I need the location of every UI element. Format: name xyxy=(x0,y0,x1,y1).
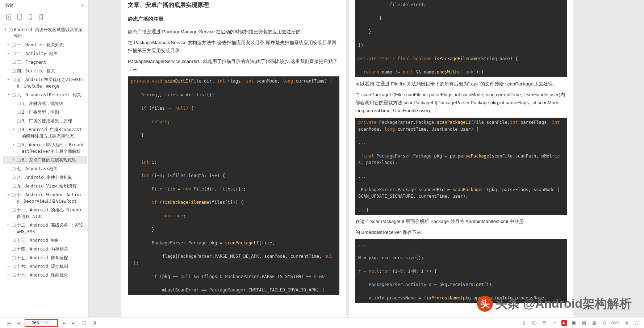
bookmark-glyph-icon: 🕮 xyxy=(17,118,22,124)
bookmark-ribbon-icon[interactable] xyxy=(38,14,44,20)
bookmark-label: 四、Service 相关 xyxy=(17,68,85,74)
bookmark-item[interactable]: ▸🕮十二、Android 高级必备 ：AMS,WMS,PMS xyxy=(3,221,87,236)
para: 可以看到,它通过 File.list 方法列出目录下的所有后缀为".apk"的文… xyxy=(355,80,567,88)
bookmark-item[interactable]: 🕮2、广播类型，区别 xyxy=(3,108,87,117)
para: 在这个 scanPackageLII 里面会解析 Package 并且将 And… xyxy=(355,218,567,226)
bookmark-glyph-icon: 🕮 xyxy=(17,109,22,115)
twisty-icon[interactable]: ▸ xyxy=(12,157,17,162)
bookmark-item[interactable]: ▸🕮五、Android布局优化之ViewStub、include、merge xyxy=(3,75,87,91)
footer-bar: |◂ ◂ 365 /1307 ▸ ▸| ▢ ⊞ ▯ ▯▯ ☰ ▭ ▶ ▣ ▤ ▥… xyxy=(0,317,644,328)
twisty-icon[interactable]: ▸ xyxy=(7,263,12,269)
bookmark-icon[interactable] xyxy=(28,14,33,20)
bookmark-glyph-icon: 🕮 xyxy=(17,126,22,133)
bookmark-label: 二、Activity 相关 xyxy=(17,50,85,57)
bookmark-item[interactable]: 🕮十五、Android 屏幕适配 xyxy=(3,253,87,262)
twisty-icon[interactable]: ▸ xyxy=(7,222,12,227)
bookmark-item[interactable]: ▸🕮十六、Android 缓存机制 xyxy=(3,262,87,271)
prev-page-button[interactable]: ◂ xyxy=(16,320,21,326)
bookmark-glyph-icon: 🕮 xyxy=(12,59,17,66)
bookmark-label: 六、BroadcastReceiver 相关 xyxy=(17,92,85,98)
bookmark-label: 十四、Android 内存相关 xyxy=(17,246,85,252)
bookmark-item[interactable]: ▸🕮二、Activity 相关 xyxy=(3,49,87,58)
para: 静态广播是通过 PackageManagerService 在启动的时候扫描已安… xyxy=(128,28,339,36)
bookmark-item[interactable]: 🕮3、广播的使用场景，原理 xyxy=(3,117,87,125)
code-block: private PackageParser.Package scanPackag… xyxy=(355,118,567,215)
page-left: 文章、安卓广播的底层实现原理 静态广播的注册 静态广播是通过 PackageMa… xyxy=(121,0,346,317)
continuous-icon[interactable]: ☰ xyxy=(541,320,548,326)
twisty-icon[interactable]: ▸ xyxy=(7,192,12,197)
zoom-in-icon[interactable]: ⊕ xyxy=(623,320,630,326)
view-c-icon[interactable]: ▥ xyxy=(591,320,598,326)
page-right: file.delete(); } } }} private static fin… xyxy=(349,0,573,317)
page-add-icon[interactable]: ⊞ xyxy=(91,320,97,326)
twisty-icon[interactable]: ▾ xyxy=(7,92,12,97)
sidebar-toolbar xyxy=(0,11,88,23)
bookmark-label: 3、广播的使用场景，原理 xyxy=(22,118,85,124)
read-mode-icon[interactable]: ▭ xyxy=(551,320,558,326)
first-page-button[interactable]: |◂ xyxy=(5,320,12,326)
twisty-icon[interactable]: ▸ xyxy=(7,50,12,56)
current-page: 365 xyxy=(32,320,39,325)
bookmark-item[interactable]: 🕮九、Android View 绘制流程 xyxy=(3,182,87,190)
view-b-icon[interactable]: ▤ xyxy=(581,320,587,326)
sidebar-header: 书签 × xyxy=(0,0,88,11)
record-icon[interactable]: ▶ xyxy=(561,320,567,326)
expand-all-icon[interactable] xyxy=(6,14,12,20)
bookmark-item[interactable]: ▾🕮Android 高级开发面试题以及答案整理 xyxy=(3,25,87,41)
para: PackageManagerService.scanDirLI 就是用于扫描目录… xyxy=(128,58,339,73)
footer-right: ▯ ▯▯ ☰ ▭ ▶ ▣ ▤ ▥ ⊖ 88% ⊕ ⛶ xyxy=(521,320,640,326)
zoom-out-icon[interactable]: ⊖ xyxy=(601,320,608,326)
collapse-all-icon[interactable] xyxy=(17,14,22,20)
bookmark-item[interactable]: 🕮十一、Android 的核心 Binder 多进程 AIDL xyxy=(3,206,87,221)
bookmark-item[interactable]: ▸🕮十七、Android 性能优化 xyxy=(3,271,87,279)
twisty-icon[interactable]: ▸ xyxy=(7,76,12,82)
bookmark-label: 一、Handler 相关知识 xyxy=(17,42,85,48)
code-block: file.delete(); } } }} private static fin… xyxy=(355,0,567,77)
bookmark-label: 十五、Android 屏幕适配 xyxy=(17,255,85,261)
page-fit-icon[interactable]: ▢ xyxy=(81,320,87,326)
bookmark-glyph-icon: 🕮 xyxy=(12,165,17,172)
bookmark-item[interactable]: 🕮三、Fragment xyxy=(3,58,87,67)
article-title: 文章、安卓广播的底层实现原理 xyxy=(128,0,339,10)
twisty-icon[interactable]: ▸ xyxy=(12,142,17,147)
last-page-button[interactable]: ▸| xyxy=(71,320,78,326)
bookmark-label: 十七、Android 性能优化 xyxy=(17,272,85,278)
bookmark-item[interactable]: ▸🕮4、Android 广播Broadcast的两种注册方式静态和动态 xyxy=(3,125,87,140)
close-icon[interactable]: × xyxy=(81,2,84,9)
bookmark-glyph-icon: 🕮 xyxy=(17,157,22,163)
bookmark-glyph-icon: 🕮 xyxy=(12,255,17,261)
bookmark-item[interactable]: 🕮四、Service 相关 xyxy=(3,67,87,75)
bookmark-glyph-icon: 🕮 xyxy=(9,26,14,33)
code-block: private void scanDirLI(File dir, int fla… xyxy=(128,76,339,295)
bookmark-label: 十三、Android ANR xyxy=(17,237,85,244)
bookmark-label: 七、AsyncTask相关 xyxy=(17,165,85,172)
twisty-icon[interactable]: ▸ xyxy=(12,126,17,132)
next-page-button[interactable]: ▸ xyxy=(62,320,67,326)
bookmark-item[interactable]: 🕮七、AsyncTask相关 xyxy=(3,164,87,173)
fullscreen-icon[interactable]: ⛶ xyxy=(633,320,640,326)
bookmark-item[interactable]: 🕮十三、Android ANR xyxy=(3,236,87,245)
bookmark-label: 五、Android布局优化之ViewStub、include、merge xyxy=(17,76,85,89)
bookmark-item[interactable]: ▸🕮一、Handler 相关知识 xyxy=(3,41,87,49)
twisty-icon[interactable]: ▸ xyxy=(7,42,12,47)
bookmark-glyph-icon: 🕮 xyxy=(17,100,22,107)
bookmark-item[interactable]: ▸🕮十、Android Window、Activity、DecorView以及V… xyxy=(3,190,87,206)
bookmark-item[interactable]: 🕮八、Android 事件分发机制 xyxy=(3,173,87,182)
bookmark-glyph-icon: 🕮 xyxy=(17,142,22,148)
document-viewport[interactable]: 文章、安卓广播的底层实现原理 静态广播的注册 静态广播是通过 PackageMa… xyxy=(89,0,644,317)
bookmark-item[interactable]: ▸🕮6、安卓广播的底层实现原理 xyxy=(3,156,87,164)
bookmark-item[interactable]: ▸🕮5、Android四大组件：BroadcastReceiver史上最全面解析 xyxy=(3,140,87,156)
bookmark-glyph-icon: 🕮 xyxy=(12,263,17,270)
bookmark-glyph-icon: 🕮 xyxy=(12,222,17,228)
view-a-icon[interactable]: ▣ xyxy=(571,320,577,326)
bookmark-item[interactable]: ▾🕮六、BroadcastReceiver 相关 xyxy=(3,91,87,99)
page-input-box[interactable]: 365 /1307 xyxy=(25,319,58,327)
bookmark-item[interactable]: 🕮1、注册方式，优先级 xyxy=(3,99,87,108)
facing-page-icon[interactable]: ▯▯ xyxy=(531,320,538,326)
bookmark-glyph-icon: 🕮 xyxy=(12,192,17,198)
single-page-icon[interactable]: ▯ xyxy=(521,320,527,326)
twisty-icon[interactable]: ▸ xyxy=(7,272,12,277)
bookmark-item[interactable]: 🕮十四、Android 内存相关 xyxy=(3,245,87,253)
zoom-level[interactable]: 88% xyxy=(611,321,619,325)
twisty-icon[interactable]: ▾ xyxy=(4,26,9,32)
